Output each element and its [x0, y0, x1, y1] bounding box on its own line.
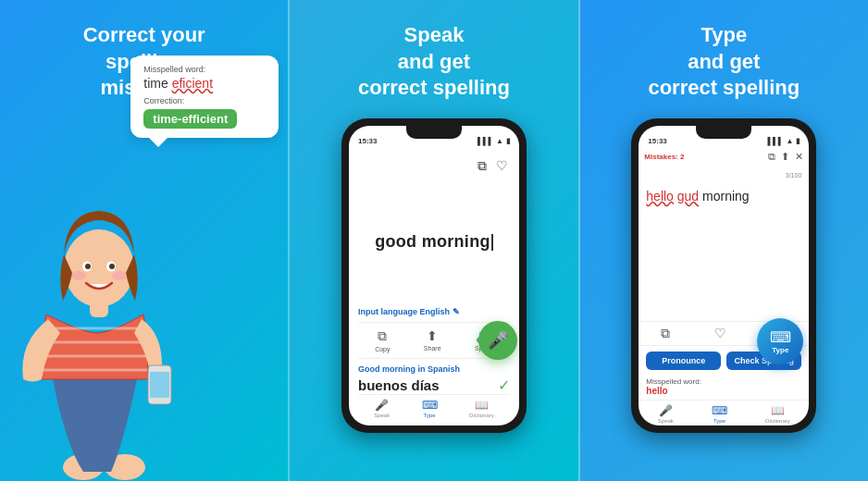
- phone3-top-icons: ⧉ ⬆ ✕: [768, 151, 803, 163]
- share-icon: ⬆: [427, 328, 438, 343]
- input-lang-label: Input language: [358, 307, 417, 316]
- time-3: 15:33: [648, 137, 666, 145]
- correction-label: Correction:: [143, 96, 266, 105]
- nav3-dict-icon: 📖: [771, 404, 785, 417]
- svg-point-7: [64, 229, 134, 307]
- signal-icon: ▌▌▌: [477, 137, 493, 145]
- nav3-speak-label: Speak: [658, 418, 674, 424]
- phone2-text-display: good morning: [358, 178, 510, 307]
- svg-point-12: [71, 271, 86, 280]
- wifi-icon-3: ▲: [786, 137, 793, 145]
- correction-badge: time-efficient: [143, 109, 237, 129]
- panel2-heading: Speak and get correct spelling: [358, 22, 510, 102]
- heart-icon-3[interactable]: ♡: [714, 326, 726, 341]
- panel-spelling-mistakes: Correct your spelling mistakes Misspelle…: [0, 0, 288, 481]
- panel2-heading-line3: correct spelling: [358, 76, 510, 99]
- nav-dictionary[interactable]: 📖 Dictionary: [469, 399, 494, 418]
- battery-icon-3: ▮: [796, 137, 800, 145]
- nav3-speak[interactable]: 🎤 Speak: [658, 404, 674, 424]
- nav3-type[interactable]: ⌨ Type: [712, 404, 727, 424]
- misspelled-section-label: Misspelled word:: [646, 377, 801, 386]
- phone2-body: ⧉ ♡ good morning Input language English …: [349, 149, 519, 426]
- phone2-top-icons: ⧉ ♡: [358, 154, 510, 178]
- svg-point-13: [112, 271, 127, 280]
- mic-icon: 🎤: [488, 330, 508, 351]
- panel3-heading-line1: Type: [701, 23, 747, 46]
- input-language-row: Input language English ✎: [358, 307, 510, 316]
- woman-figure: [0, 194, 204, 481]
- nav3-type-label: Type: [713, 418, 725, 424]
- check-icon: ✓: [498, 376, 510, 394]
- time-2: 15:33: [358, 137, 377, 145]
- text-after-error: morning: [702, 189, 750, 204]
- nav3-dictionary[interactable]: 📖 Dictionary: [765, 404, 790, 424]
- nav-speak-label: Speak: [374, 413, 390, 418]
- translated-text: buenos días: [358, 377, 440, 393]
- char-count-row: 3/100: [639, 165, 809, 181]
- share-action[interactable]: ⬆ Share: [424, 328, 441, 352]
- panel-type-spelling: Type and get correct spelling 15:33 ▌▌▌ …: [580, 0, 868, 481]
- mic-button[interactable]: 🎤: [478, 321, 517, 360]
- pronounce-button[interactable]: Pronounce: [646, 352, 721, 370]
- nav-speak[interactable]: 🎤 Speak: [374, 399, 390, 418]
- copy-icon-body[interactable]: ⧉: [661, 326, 670, 341]
- phone3-text-display[interactable]: hello gud morning: [639, 181, 809, 321]
- panel-speak-spelling: Speak and get correct spelling 15:33 ▌▌▌…: [288, 0, 579, 481]
- share-icon-3[interactable]: ⬆: [781, 151, 789, 163]
- nav-type-label: Type: [424, 413, 436, 418]
- copy-icon: ⧉: [378, 328, 387, 344]
- input-lang-value: English: [420, 307, 451, 316]
- nav-speak-icon: 🎤: [375, 399, 389, 412]
- error-word-hello: hello: [646, 189, 674, 204]
- svg-rect-15: [150, 372, 169, 398]
- nav-type-icon: ⌨: [422, 399, 438, 412]
- main-text: good morning: [375, 232, 490, 252]
- type-circle-button[interactable]: ⌨ Type: [757, 318, 803, 364]
- edit-icon[interactable]: ✎: [453, 307, 460, 316]
- bottom-nav-3: 🎤 Speak ⌨ Type 📖 Dictionary: [639, 400, 809, 426]
- panel2-heading-line2: and get: [398, 50, 470, 73]
- status-icons-2: ▌▌▌ ▲ ▮: [477, 137, 510, 145]
- copy-label: Copy: [375, 346, 390, 352]
- translation-label: Good morning in Spanish: [358, 364, 510, 374]
- panel3-heading: Type and get correct spelling: [648, 22, 800, 102]
- status-icons-3: ▌▌▌ ▲ ▮: [767, 137, 800, 145]
- nav-dict-icon: 📖: [475, 399, 489, 412]
- error-word-gud: gud: [677, 189, 699, 204]
- translated-text-row: buenos días ✓: [358, 376, 510, 394]
- char-count: 3/100: [786, 172, 802, 179]
- phone3-misspelled-section: Misspelled word: hello ⌨ Type: [639, 376, 809, 400]
- mistakes-badge: Mistakes: 2: [644, 153, 684, 161]
- nav-type[interactable]: ⌨ Type: [422, 399, 438, 418]
- nav3-dict-label: Dictionary: [765, 418, 790, 424]
- text-cursor: [491, 234, 493, 251]
- phone-screen-2: 15:33 ▌▌▌ ▲ ▮ ⧉ ♡ good morning: [349, 126, 519, 426]
- phone-screen-3: 15:33 ▌▌▌ ▲ ▮ Mistakes: 2 ⧉ ⬆ ✕ 3/100: [639, 126, 809, 426]
- heart-icon[interactable]: ♡: [496, 158, 508, 174]
- svg-point-10: [85, 264, 91, 269]
- type-circle-label: Type: [772, 346, 788, 354]
- copy-action[interactable]: ⧉ Copy: [375, 328, 390, 352]
- close-icon-3[interactable]: ✕: [795, 151, 803, 163]
- phone-mockup-2: 15:33 ▌▌▌ ▲ ▮ ⧉ ♡ good morning: [341, 118, 527, 433]
- panel3-heading-line2: and get: [688, 50, 760, 73]
- svg-point-11: [109, 264, 115, 269]
- nav3-speak-icon: 🎤: [659, 404, 673, 417]
- wifi-icon: ▲: [496, 137, 503, 145]
- copy-icon-3[interactable]: ⧉: [768, 151, 775, 163]
- misspelled-label: Misspelled word:: [143, 65, 266, 74]
- nav3-type-icon: ⌨: [712, 404, 727, 417]
- speech-bubble: Misspelled word: time eficient Correctio…: [130, 56, 279, 138]
- misspelled-section-word: hello: [646, 386, 801, 396]
- panel2-heading-line1: Speak: [404, 23, 465, 46]
- phone-mockup-3: 15:33 ▌▌▌ ▲ ▮ Mistakes: 2 ⧉ ⬆ ✕ 3/100: [631, 118, 816, 433]
- bottom-nav-2: 🎤 Speak ⌨ Type 📖 Dictionary: [358, 394, 510, 420]
- phone-notch-3: [696, 126, 751, 139]
- mistakes-row: Mistakes: 2 ⧉ ⬆ ✕: [639, 149, 809, 165]
- wrong-part: eficient: [172, 76, 213, 91]
- copy-icon-top[interactable]: ⧉: [477, 158, 487, 174]
- share-label: Share: [424, 345, 441, 352]
- battery-icon: ▮: [506, 137, 510, 145]
- misspelled-word: time eficient: [143, 76, 266, 91]
- panel3-heading-line3: correct spelling: [648, 76, 800, 99]
